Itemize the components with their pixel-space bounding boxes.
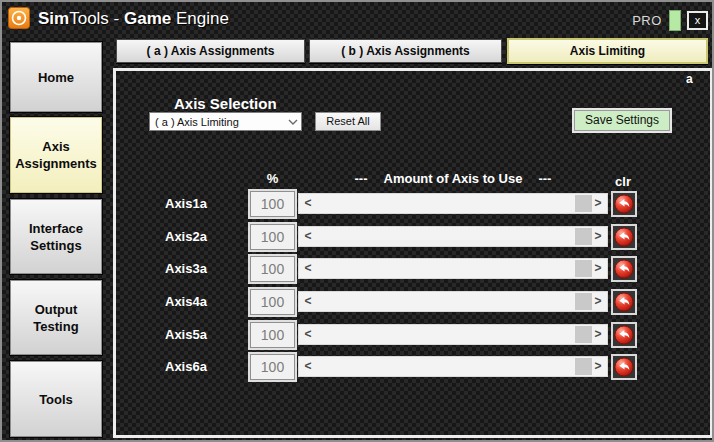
scrollbar-thumb[interactable] — [575, 326, 592, 343]
axis-amount-scrollbar[interactable]: < > — [298, 193, 608, 214]
axis-row-6: Axis6a 100 < > — [2, 354, 714, 380]
pro-status-indicator — [669, 10, 681, 31]
scroll-left-arrow-icon[interactable]: < — [301, 227, 315, 246]
simtools-logo-icon — [8, 7, 30, 29]
axis-amount-scrollbar[interactable]: < > — [298, 324, 608, 345]
axis-percent-input[interactable]: 100 — [250, 354, 295, 380]
axis-percent-input[interactable]: 100 — [250, 256, 295, 282]
clr-column-header: clr — [608, 174, 638, 189]
tab-b-axis-assignments[interactable]: ( b ) Axis Assignments — [309, 39, 502, 63]
title-game: Game — [124, 9, 171, 28]
panel-corner-letter: a — [686, 72, 693, 86]
undo-icon — [614, 227, 634, 247]
axis-row-label: Axis6a — [165, 354, 225, 380]
close-button[interactable]: x — [687, 11, 708, 30]
clear-axis-button[interactable] — [611, 289, 637, 315]
axis-selection-heading: Axis Selection — [174, 95, 277, 112]
scroll-right-arrow-icon[interactable]: > — [591, 259, 605, 278]
clear-axis-button[interactable] — [611, 322, 637, 348]
scroll-left-arrow-icon[interactable]: < — [301, 259, 315, 278]
sidebar-item-home[interactable]: Home — [10, 42, 102, 112]
axis-row-1: Axis1a 100 < > — [2, 191, 714, 217]
axis-row-4: Axis4a 100 < > — [2, 289, 714, 315]
axis-percent-input[interactable]: 100 — [250, 224, 295, 250]
percent-column-header: % — [250, 171, 295, 186]
undo-icon — [614, 357, 634, 377]
axis-row-label: Axis2a — [165, 224, 225, 250]
reset-all-button[interactable]: Reset All — [315, 112, 381, 131]
clear-axis-button[interactable] — [611, 191, 637, 217]
chevron-down-icon — [285, 113, 301, 130]
axis-amount-scrollbar[interactable]: < > — [298, 291, 608, 312]
axis-percent-input[interactable]: 100 — [250, 322, 295, 348]
amount-column-header: --- Amount of Axis to Use --- — [298, 171, 608, 186]
scrollbar-thumb[interactable] — [575, 195, 592, 212]
axis-amount-scrollbar[interactable]: < > — [298, 226, 608, 247]
undo-icon — [614, 259, 634, 279]
axis-row-2: Axis2a 100 < > — [2, 224, 714, 250]
pro-label: PRO — [628, 13, 666, 28]
undo-icon — [614, 325, 634, 345]
undo-icon — [614, 194, 634, 214]
amount-header-text: Amount of Axis to Use — [384, 171, 523, 186]
scrollbar-thumb[interactable] — [575, 260, 592, 277]
tab-a-axis-assignments[interactable]: ( a ) Axis Assignments — [116, 39, 305, 63]
scroll-right-arrow-icon[interactable]: > — [591, 227, 605, 246]
dropdown-selected-value: ( a ) Axis Limiting — [150, 116, 285, 128]
undo-icon — [614, 292, 634, 312]
scrollbar-thumb[interactable] — [575, 293, 592, 310]
sidebar-item-axis-assignments[interactable]: Axis Assignments — [10, 117, 102, 193]
scroll-left-arrow-icon[interactable]: < — [301, 357, 315, 376]
title-engine: Engine — [171, 9, 229, 28]
scroll-left-arrow-icon[interactable]: < — [301, 194, 315, 213]
scrollbar-thumb[interactable] — [575, 228, 592, 245]
scroll-left-arrow-icon[interactable]: < — [301, 292, 315, 311]
axis-row-label: Axis5a — [165, 322, 225, 348]
title-tools: Tools - — [69, 9, 124, 28]
axis-row-label: Axis1a — [165, 191, 225, 217]
clear-axis-button[interactable] — [611, 224, 637, 250]
axis-row-label: Axis3a — [165, 256, 225, 282]
header-dash-left: --- — [355, 171, 368, 186]
axis-amount-scrollbar[interactable]: < > — [298, 356, 608, 377]
scrollbar-thumb[interactable] — [575, 358, 592, 375]
scroll-right-arrow-icon[interactable]: > — [591, 325, 605, 344]
scroll-right-arrow-icon[interactable]: > — [591, 357, 605, 376]
clear-axis-button[interactable] — [611, 354, 637, 380]
tab-axis-limiting[interactable]: Axis Limiting — [507, 38, 708, 64]
axis-row-3: Axis3a 100 < > — [2, 256, 714, 282]
scroll-left-arrow-icon[interactable]: < — [301, 325, 315, 344]
simtools-window: SimTools - Game Engine PRO x ( a ) Axis … — [0, 0, 714, 442]
header-dash-right: --- — [538, 171, 551, 186]
axis-amount-scrollbar[interactable]: < > — [298, 258, 608, 279]
axis-percent-input[interactable]: 100 — [250, 191, 295, 217]
scroll-right-arrow-icon[interactable]: > — [591, 292, 605, 311]
title-sim: Sim — [38, 9, 69, 28]
clear-axis-button[interactable] — [611, 256, 637, 282]
axis-row-5: Axis5a 100 < > — [2, 322, 714, 348]
window-title: SimTools - Game Engine — [38, 8, 229, 30]
axis-selection-dropdown[interactable]: ( a ) Axis Limiting — [149, 112, 302, 131]
axis-percent-input[interactable]: 100 — [250, 289, 295, 315]
scroll-right-arrow-icon[interactable]: > — [591, 194, 605, 213]
save-settings-button[interactable]: Save Settings — [574, 110, 670, 131]
axis-row-label: Axis4a — [165, 289, 225, 315]
